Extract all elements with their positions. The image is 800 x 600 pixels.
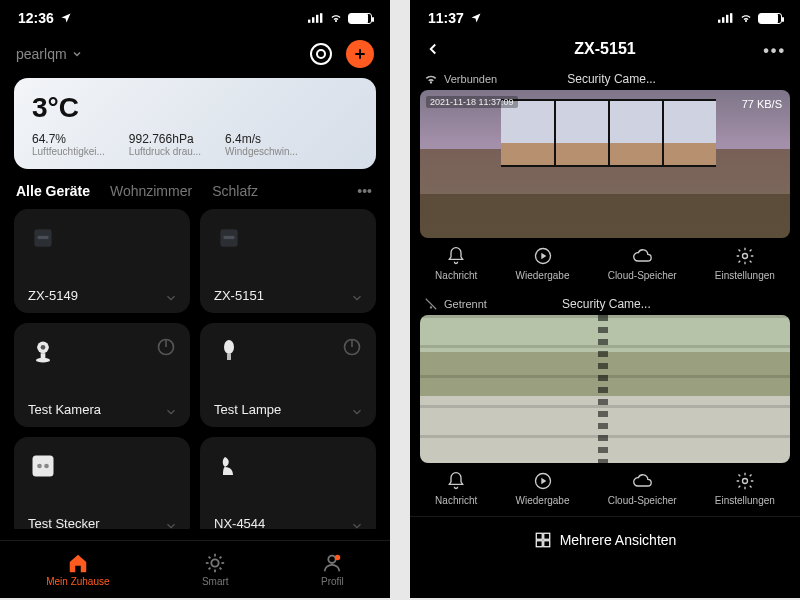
device-card[interactable]: Test Stecker (14, 437, 190, 529)
action-settings[interactable]: Einstellungen (715, 471, 775, 506)
action-playback[interactable]: Wiedergabe (516, 246, 570, 281)
back-button[interactable] (424, 40, 442, 62)
weather-wind: 6.4m/s Windgeschwin... (225, 132, 298, 157)
power-icon[interactable] (342, 337, 362, 357)
gear-icon (735, 246, 755, 266)
location-icon (58, 12, 74, 24)
device-card[interactable]: ZX-5151 (200, 209, 376, 313)
svg-rect-48 (536, 541, 542, 547)
action-playback[interactable]: Wiedergabe (516, 471, 570, 506)
svg-point-16 (224, 340, 234, 354)
svg-rect-20 (33, 456, 54, 477)
multi-views-button[interactable]: Mehrere Ansichten (410, 516, 800, 565)
chevron-left-icon (424, 40, 442, 58)
camera-screen: 11:37 ZX-5151 ••• Verbunden Security Cam… (410, 0, 800, 598)
camera-block-1: Verbunden Security Came... 2021-11-18 11… (410, 66, 800, 291)
svg-rect-35 (718, 20, 720, 23)
svg-rect-3 (320, 13, 322, 23)
nav-profile[interactable]: Profil (321, 552, 344, 587)
plus-icon (352, 46, 368, 62)
svg-point-45 (742, 479, 747, 484)
camera-feed[interactable]: 2021-11-18 11:37:09 77 KB/S (420, 90, 790, 238)
grid-icon (534, 531, 552, 549)
wifi-icon (424, 72, 438, 86)
device-card[interactable]: NX-4544 (200, 437, 376, 529)
room-tabs: Alle Geräte Wohnzimmer Schlafz ••• (0, 183, 390, 209)
battery-icon (348, 13, 372, 24)
nav-home[interactable]: Mein Zuhause (46, 552, 109, 587)
action-cloud[interactable]: Cloud-Speicher (608, 471, 677, 506)
svg-rect-38 (730, 13, 732, 23)
svg-marker-40 (541, 253, 546, 260)
svg-point-11 (41, 345, 46, 350)
svg-line-32 (209, 568, 211, 570)
action-messages[interactable]: Nachricht (435, 471, 477, 506)
tabs-more-icon[interactable]: ••• (357, 183, 372, 199)
status-time: 11:37 (428, 10, 464, 26)
camera-title: Security Came... (503, 72, 720, 86)
status-bar: 12:36 (0, 0, 390, 36)
device-card[interactable]: Test Lampe (200, 323, 376, 427)
svg-rect-7 (38, 236, 49, 239)
svg-rect-17 (227, 354, 231, 360)
home-icon (67, 552, 89, 574)
bottom-nav: Mein Zuhause Smart Profil (0, 540, 390, 598)
svg-line-31 (220, 557, 222, 559)
camera-feed[interactable] (420, 315, 790, 463)
smart-icon (204, 552, 226, 574)
weather-humidity: 64.7% Luftfeuchtigkei... (32, 132, 105, 157)
power-icon[interactable] (156, 337, 176, 357)
action-cloud[interactable]: Cloud-Speicher (608, 246, 677, 281)
playback-icon (533, 246, 553, 266)
svg-rect-1 (312, 17, 314, 23)
status-bar: 11:37 (410, 0, 800, 36)
tab-room-2[interactable]: Schlafz (212, 183, 258, 199)
bell-icon (446, 471, 466, 491)
action-settings[interactable]: Einstellungen (715, 246, 775, 281)
svg-point-22 (44, 464, 49, 469)
chevron-down-icon (350, 291, 364, 305)
scan-icon[interactable] (310, 43, 332, 65)
chevron-down-icon (164, 405, 178, 419)
chevron-down-icon (350, 519, 364, 529)
svg-line-30 (220, 568, 222, 570)
camera-actions: Nachricht Wiedergabe Cloud-Speicher Eins… (410, 238, 800, 291)
device-card[interactable]: ZX-5149 (14, 209, 190, 313)
svg-rect-49 (543, 541, 549, 547)
svg-point-34 (335, 555, 341, 561)
svg-rect-46 (536, 533, 542, 539)
tab-room-1[interactable]: Wohnzimmer (110, 183, 192, 199)
chevron-down-icon (164, 291, 178, 305)
svg-marker-44 (541, 478, 546, 485)
more-button[interactable]: ••• (763, 42, 786, 60)
camera-block-2: Getrennt Security Came... Nachricht Wied… (410, 291, 800, 516)
tab-all-devices[interactable]: Alle Geräte (16, 183, 90, 199)
wifi-off-icon (424, 297, 438, 311)
app-header: pearlqm (0, 36, 390, 78)
page-title: ZX-5151 (574, 40, 635, 58)
add-device-button[interactable] (346, 40, 374, 68)
weather-pressure: 992.766hPa Luftdruck drau... (129, 132, 201, 157)
weather-card[interactable]: 3°C 64.7% Luftfeuchtigkei... 992.766hPa … (14, 78, 376, 169)
plug-icon (28, 451, 58, 481)
nav-smart[interactable]: Smart (202, 552, 229, 587)
action-messages[interactable]: Nachricht (435, 246, 477, 281)
device-icon (214, 451, 244, 481)
home-dropdown[interactable]: pearlqm (16, 46, 83, 62)
feed-timestamp: 2021-11-18 11:37:09 (426, 96, 518, 108)
cellular-icon (308, 12, 324, 24)
chevron-down-icon (350, 405, 364, 419)
svg-rect-2 (316, 15, 318, 23)
svg-rect-37 (726, 15, 728, 23)
device-card[interactable]: Test Kamera (14, 323, 190, 427)
cloud-icon (632, 471, 652, 491)
wifi-icon (328, 12, 344, 24)
temperature: 3°C (32, 92, 358, 124)
svg-point-21 (37, 464, 42, 469)
app-header: ZX-5151 ••• (410, 36, 800, 66)
svg-line-29 (209, 557, 211, 559)
device-grid: ZX-5149 ZX-5151 Test Kamera (0, 209, 390, 529)
bulb-icon (214, 337, 244, 367)
camera-icon (28, 337, 58, 367)
svg-rect-47 (543, 533, 549, 539)
